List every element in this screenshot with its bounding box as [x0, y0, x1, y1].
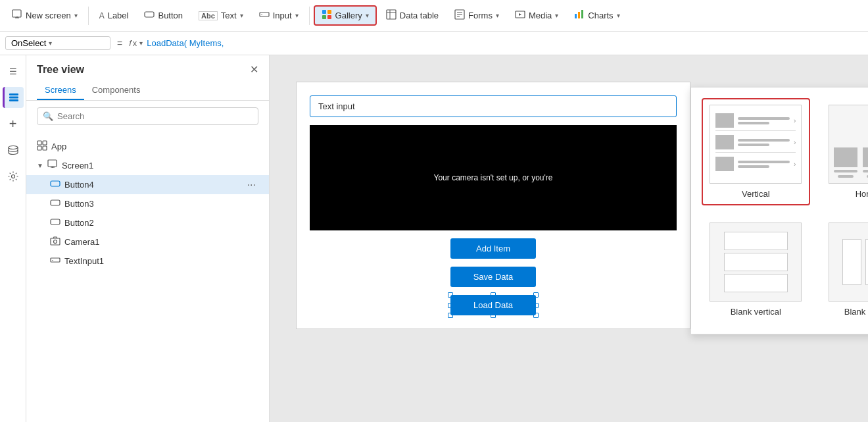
tree-item-textinput1[interactable]: TextInput1: [26, 251, 269, 271]
search-box: 🔍: [37, 107, 258, 125]
equals-sign: =: [114, 38, 125, 49]
left-icon-strip: ☰ +: [0, 55, 26, 422]
svg-rect-2: [260, 13, 269, 16]
svg-rect-21: [9, 99, 18, 101]
tree-item-button4[interactable]: Button4 ···: [26, 175, 269, 194]
h-line2a: [863, 170, 868, 172]
divider-2: [309, 7, 310, 25]
h-line1b: [838, 175, 854, 178]
sidebar-close-button[interactable]: ✕: [250, 63, 258, 76]
bv-inner: [724, 232, 788, 292]
new-screen-chevron-icon: ▾: [74, 12, 78, 19]
svg-rect-8: [387, 10, 396, 19]
button3-icon: [50, 198, 60, 210]
vertical-label: Vertical: [742, 189, 770, 199]
save-data-button[interactable]: Save Data: [450, 267, 536, 287]
line1b: [738, 122, 769, 124]
gallery-option-horizontal[interactable]: Horizontal: [821, 98, 868, 205]
svg-rect-36: [51, 258, 60, 262]
bh-inner: [842, 232, 868, 292]
svg-rect-34: [51, 238, 60, 245]
label-button[interactable]: A Label: [93, 8, 135, 23]
media-button[interactable]: Media ▾: [508, 7, 565, 24]
chev2: ›: [794, 139, 796, 146]
tree-item-app[interactable]: App: [26, 137, 269, 156]
img3: [715, 157, 734, 171]
tree-section: App ▼ Screen1 Button4 ···: [26, 132, 269, 422]
button3-label: Button3: [64, 199, 94, 209]
h-img1: [834, 147, 857, 167]
button-toolbar-button[interactable]: Button: [137, 7, 189, 24]
sidebar-title: Tree view: [37, 64, 84, 76]
forms-label: Forms: [468, 11, 493, 20]
gallery-button[interactable]: Gallery ▾: [314, 5, 377, 26]
chev1: ›: [794, 117, 796, 124]
charts-button[interactable]: Charts ▾: [567, 7, 626, 24]
data-table-button[interactable]: Data table: [379, 7, 445, 24]
button-icon: [144, 9, 155, 22]
add-item-button[interactable]: Add Item: [450, 238, 536, 259]
bv-row1: [724, 232, 788, 250]
text-input-field[interactable]: Text input: [310, 95, 677, 117]
screen1-label: Screen1: [62, 161, 93, 171]
canvas-content: Text input Your camera isn't set up, or …: [296, 82, 690, 329]
svg-rect-5: [327, 10, 331, 14]
button4-icon: [50, 178, 60, 191]
app-label: App: [51, 142, 66, 151]
tab-screens[interactable]: Screens: [37, 81, 84, 100]
input-label: Input: [273, 11, 292, 20]
gallery-option-vertical[interactable]: › ›: [702, 98, 810, 205]
bv-row2: [724, 253, 788, 271]
svg-rect-20: [9, 97, 18, 99]
blank-vertical-label: Blank vertical: [731, 307, 781, 317]
svg-point-35: [54, 240, 57, 244]
media-label: Media: [529, 11, 552, 20]
button4-label: Button4: [64, 180, 94, 190]
input-icon: [259, 9, 270, 22]
layers-icon[interactable]: [3, 87, 24, 108]
tree-item-button3[interactable]: Button3: [26, 194, 269, 213]
text-label: Text: [221, 11, 237, 20]
svg-rect-1: [145, 12, 154, 17]
button4-actions: ···: [245, 179, 258, 191]
hamburger-icon[interactable]: ☰: [3, 61, 24, 82]
gallery-chevron-icon: ▾: [366, 12, 369, 19]
data-icon[interactable]: [3, 140, 24, 161]
tree-item-camera1[interactable]: Camera1: [26, 232, 269, 251]
tree-item-screen1[interactable]: ▼ Screen1: [26, 156, 269, 175]
load-data-button[interactable]: Load Data: [450, 295, 536, 315]
search-input[interactable]: [57, 111, 253, 121]
hcol2: [863, 147, 868, 178]
button4-menu-button[interactable]: ···: [245, 179, 258, 191]
svg-rect-18: [581, 10, 583, 18]
formula-selector[interactable]: OnSelect ▾: [5, 36, 110, 50]
vertical-preview: › ›: [710, 105, 802, 184]
charts-label: Charts: [588, 11, 613, 20]
svg-point-23: [11, 175, 14, 178]
gallery-label: Gallery: [335, 11, 362, 20]
gallery-option-blank-horizontal[interactable]: Blank horizontal: [821, 216, 868, 323]
line3b: [738, 165, 769, 168]
gallery-option-blank-vertical[interactable]: Blank vertical: [702, 216, 810, 323]
textinput-icon: [50, 255, 60, 267]
tree-item-button2[interactable]: Button2: [26, 213, 269, 232]
plus-icon[interactable]: +: [3, 113, 24, 134]
bv-row3: [724, 274, 788, 292]
new-screen-icon: [12, 9, 22, 22]
camera-text: Your camera isn't set up, or you're: [434, 173, 553, 182]
new-screen-button[interactable]: New screen ▾: [5, 7, 84, 24]
formula-text: LoadData( MyItems,: [147, 38, 863, 48]
forms-chevron-icon: ▾: [496, 12, 499, 19]
horizontal-label: Horizontal: [856, 189, 868, 199]
forms-button[interactable]: Forms ▾: [448, 7, 506, 24]
input-button[interactable]: Input ▾: [253, 7, 305, 24]
text-button[interactable]: Abc Text ▾: [192, 8, 250, 23]
gallery-icon: [322, 9, 332, 22]
settings-icon[interactable]: [3, 166, 24, 187]
svg-rect-16: [575, 14, 577, 18]
tab-components[interactable]: Components: [84, 81, 149, 100]
gallery-dropdown: › ›: [690, 87, 868, 334]
camera-block: Your camera isn't set up, or you're: [310, 125, 677, 230]
img1: [715, 113, 734, 128]
data-table-icon: [386, 9, 397, 22]
